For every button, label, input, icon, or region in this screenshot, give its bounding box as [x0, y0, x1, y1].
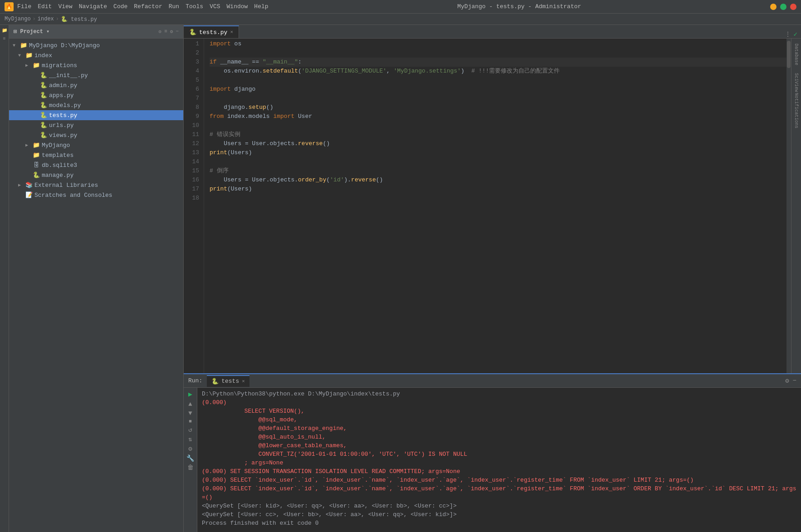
breadcrumb-index[interactable]: index: [38, 16, 54, 22]
tree-label: Scratches and Consoles: [34, 192, 112, 199]
tree-item-urls[interactable]: 🐍 urls.py: [9, 120, 183, 130]
menu-help[interactable]: Help: [254, 3, 268, 10]
tab-tests-py[interactable]: 🐍 tests.py ×: [184, 25, 239, 38]
tree-label: apps.py: [49, 92, 74, 99]
tree-item-manage[interactable]: 🐍 manage.py: [9, 170, 183, 180]
editor-checkmark-icon: ✓: [794, 30, 797, 38]
python-file-icon: 🐍: [40, 72, 47, 79]
code-line: [210, 121, 786, 130]
tree-item-apps[interactable]: 🐍 apps.py: [9, 90, 183, 100]
menu-run[interactable]: Run: [169, 3, 179, 10]
tree-label: MyDjango D:\MyDjango: [29, 42, 100, 49]
database-panel-icon[interactable]: Database: [792, 41, 801, 68]
sciview-panel-icon[interactable]: SciView: [792, 69, 801, 96]
hide-panel-icon[interactable]: −: [176, 29, 179, 34]
bottom-hide-icon[interactable]: −: [793, 377, 796, 385]
run-tab-close[interactable]: ×: [242, 379, 245, 384]
tree-item-templates[interactable]: 📁 templates: [9, 150, 183, 160]
panel-title: ⊞ Project ▾: [14, 28, 49, 35]
menu-edit[interactable]: Edit: [38, 3, 52, 10]
scroll-up-icon[interactable]: ▲: [188, 400, 192, 408]
tree-item-mydjango-sub[interactable]: ▶ 📁 MyDjango: [9, 140, 183, 150]
tab-close-button[interactable]: ×: [230, 29, 233, 35]
collapse-all-icon[interactable]: ≡: [164, 29, 167, 34]
tree-item-views[interactable]: 🐍 views.py: [9, 130, 183, 140]
project-icon[interactable]: 📁: [1, 27, 8, 34]
python-file-icon: 🐍: [40, 102, 47, 109]
menu-refactor[interactable]: Refactor: [134, 3, 162, 10]
line-number: ▶3: [184, 58, 199, 67]
breadcrumb-file[interactable]: 🐍 tests.py: [61, 16, 97, 23]
tree-item-mydjango[interactable]: ▼ 📁 MyDjango D:\MyDjango: [9, 40, 183, 50]
tab-file-icon: 🐍: [189, 29, 196, 36]
settings-icon[interactable]: ⚙: [170, 29, 173, 34]
tree-item-index[interactable]: ▼ 📁 index: [9, 50, 183, 60]
tree-label: tests.py: [49, 112, 77, 119]
tree-label: MyDjango: [42, 142, 70, 149]
editor-options-icon[interactable]: ⋮: [785, 30, 791, 38]
right-side: 🐍 tests.py × ⋮ ✓ 12▶34567891011121314151…: [184, 25, 801, 532]
tree-label: views.py: [49, 132, 77, 139]
rerun-icon[interactable]: ↺: [188, 426, 192, 434]
menu-vcs[interactable]: VCS: [210, 3, 220, 10]
tree-item-migrations[interactable]: ▶ 📁 migrations: [9, 60, 183, 70]
breadcrumb-mydjango[interactable]: MyDjango: [5, 16, 31, 22]
line-number: 15: [184, 166, 199, 176]
locate-icon[interactable]: ⊙: [159, 29, 162, 34]
breadcrumb-sep1: ›: [33, 16, 36, 22]
line-number: 8: [184, 103, 199, 112]
python-file-icon: 🐍: [40, 132, 47, 139]
console-line: @@sql_auto_is_null,: [202, 433, 796, 441]
menu-view[interactable]: View: [58, 3, 72, 10]
tree-item-scratches[interactable]: 📝 Scratches and Consoles: [9, 190, 183, 200]
menu-window[interactable]: Window: [227, 3, 248, 10]
tree-item-sqlite[interactable]: 🗄 db.sqlite3: [9, 160, 183, 170]
maximize-button[interactable]: [780, 4, 786, 10]
menu-tools[interactable]: Tools: [186, 3, 203, 10]
scroll-thumb[interactable]: [787, 41, 791, 68]
run-again-icon[interactable]: ▶: [188, 390, 192, 399]
project-tree: ▼ 📁 MyDjango D:\MyDjango ▼ 📁 index ▶ 📁 m…: [9, 39, 183, 532]
code-line: [210, 157, 786, 166]
sort-icon[interactable]: ⇅: [188, 435, 192, 443]
menu-navigate[interactable]: Navigate: [79, 3, 107, 10]
filter-icon[interactable]: 🔧: [186, 454, 194, 462]
bottom-settings-icon[interactable]: ⚙: [785, 377, 789, 385]
line-number: 6: [184, 85, 199, 94]
line-number: 12: [184, 139, 199, 148]
run-tab-tests[interactable]: 🐍 tests ×: [207, 375, 249, 387]
line-number: 11: [184, 130, 199, 139]
structure-icon[interactable]: ≡: [1, 35, 8, 43]
line-number: 13: [184, 148, 199, 157]
tab-label: tests.py: [199, 29, 227, 36]
line-number: 9: [184, 112, 199, 121]
code-content[interactable]: import osif __name__ == "__main__": os.e…: [204, 39, 786, 373]
arrow-migrations: ▶: [25, 63, 31, 68]
tree-item-tests[interactable]: 🐍 tests.py: [9, 110, 183, 120]
code-line: os.environ.setdefault('DJANGO_SETTINGS_M…: [210, 67, 786, 76]
console-line: <QuerySet [<User: kid>, <User: qq>, <Use…: [202, 502, 796, 510]
folder-icon: 📁: [25, 52, 33, 59]
arrow-ext-libs: ▶: [18, 182, 24, 188]
tree-item-init[interactable]: 🐍 __init__.py: [9, 70, 183, 80]
tree-item-admin[interactable]: 🐍 admin.py: [9, 80, 183, 90]
menu-code[interactable]: Code: [113, 3, 127, 10]
minimize-button[interactable]: [770, 4, 777, 10]
code-line: # 错误实例: [210, 130, 786, 139]
scroll-down-icon[interactable]: ▼: [188, 410, 192, 417]
menu-file[interactable]: File: [17, 3, 31, 10]
notifications-panel-icon[interactable]: Notifications: [792, 97, 801, 124]
folder-icon: 📁: [33, 62, 40, 69]
stop-icon[interactable]: ■: [189, 419, 192, 424]
editor-scrollbar[interactable]: [786, 39, 791, 373]
tree-item-models[interactable]: 🐍 models.py: [9, 100, 183, 110]
delete-icon[interactable]: 🗑: [187, 464, 194, 471]
editor-tab-bar: 🐍 tests.py × ⋮ ✓: [184, 25, 801, 39]
close-button[interactable]: [790, 4, 796, 10]
line-numbers: 12▶345678910111213141516🔖1718: [184, 39, 204, 373]
tree-item-ext-libs[interactable]: ▶ 📚 External Libraries: [9, 180, 183, 190]
console-line: @@sql_mode,: [202, 415, 796, 424]
code-line: django.setup(): [210, 103, 786, 112]
console-output: D:\Python\Python38\python.exe D:\MyDjang…: [197, 388, 801, 532]
settings2-icon[interactable]: ⚙: [188, 445, 192, 453]
